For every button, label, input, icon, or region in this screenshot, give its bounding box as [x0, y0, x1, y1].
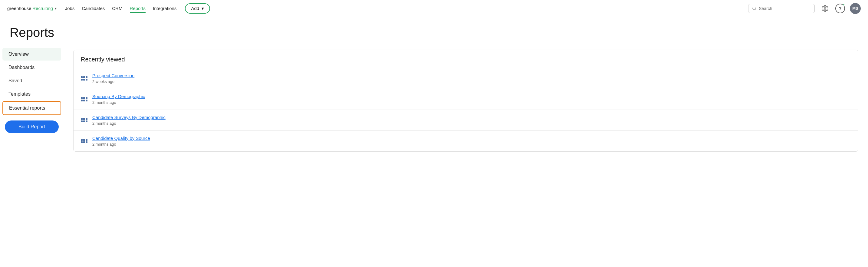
sidebar-item-essential-reports[interactable]: Essential reports: [2, 101, 61, 115]
main-content: Recently viewed Prospect Conversion 2 we…: [64, 45, 868, 156]
report-name-link[interactable]: Sourcing By Demographic: [92, 94, 851, 99]
sidebar-item-dashboards[interactable]: Dashboards: [2, 61, 61, 74]
help-button[interactable]: ?: [835, 4, 845, 13]
avatar[interactable]: MS: [850, 3, 861, 14]
nav-item-reports[interactable]: Reports: [130, 6, 146, 11]
report-info: Sourcing By Demographic 2 months ago: [92, 94, 851, 105]
nav-item-crm[interactable]: CRM: [112, 6, 122, 11]
table-row: Sourcing By Demographic 2 months ago: [73, 89, 858, 110]
notification-dot: [843, 4, 845, 6]
table-row: Candidate Quality by Source 2 months ago: [73, 130, 858, 151]
report-grid-icon: [81, 118, 88, 122]
sidebar: Overview Dashboards Saved Templates Esse…: [0, 45, 64, 156]
report-grid-icon: [81, 76, 88, 81]
sidebar-item-templates[interactable]: Templates: [2, 88, 61, 100]
add-chevron-icon: ▾: [202, 6, 204, 11]
report-time: 2 months ago: [92, 100, 851, 105]
report-info: Candidate Surveys By Demographic 2 month…: [92, 115, 851, 126]
svg-point-2: [824, 7, 826, 9]
report-time: 2 months ago: [92, 142, 851, 147]
recently-viewed-title: Recently viewed: [73, 50, 858, 68]
search-icon: [752, 6, 756, 11]
search-input[interactable]: [759, 6, 811, 11]
table-row: Prospect Conversion 2 weeks ago: [73, 68, 858, 89]
nav-right: ? MS: [748, 3, 861, 14]
logo[interactable]: greenhouse Recruiting ▾: [7, 6, 57, 11]
report-info: Candidate Quality by Source 2 months ago: [92, 136, 851, 147]
page-header: Reports: [0, 17, 868, 45]
add-label: Add: [191, 6, 199, 11]
report-name-link[interactable]: Candidate Quality by Source: [92, 136, 851, 141]
logo-green-text: Recruiting: [32, 6, 53, 11]
report-name-link[interactable]: Candidate Surveys By Demographic: [92, 115, 851, 120]
top-navigation: greenhouse Recruiting ▾ Jobs Candidates …: [0, 0, 868, 17]
svg-line-1: [755, 9, 756, 10]
main-layout: Overview Dashboards Saved Templates Esse…: [0, 45, 868, 156]
nav-links: Jobs Candidates CRM Reports Integrations: [65, 6, 177, 11]
nav-item-jobs[interactable]: Jobs: [65, 6, 75, 11]
logo-text: greenhouse: [7, 6, 31, 11]
report-grid-icon: [81, 97, 88, 101]
report-name-link[interactable]: Prospect Conversion: [92, 73, 851, 78]
report-time: 2 months ago: [92, 121, 851, 126]
build-report-button[interactable]: Build Report: [5, 120, 59, 133]
search-box[interactable]: [748, 4, 815, 13]
settings-button[interactable]: [819, 3, 831, 14]
nav-item-integrations[interactable]: Integrations: [153, 6, 177, 11]
page-title: Reports: [10, 25, 858, 40]
svg-point-0: [753, 7, 755, 9]
sidebar-item-saved[interactable]: Saved: [2, 75, 61, 87]
table-row: Candidate Surveys By Demographic 2 month…: [73, 110, 858, 130]
recently-viewed-card: Recently viewed Prospect Conversion 2 we…: [73, 50, 858, 152]
gear-icon: [822, 5, 828, 12]
report-grid-icon: [81, 139, 88, 143]
nav-item-candidates[interactable]: Candidates: [82, 6, 105, 11]
sidebar-item-overview[interactable]: Overview: [2, 48, 61, 61]
report-info: Prospect Conversion 2 weeks ago: [92, 73, 851, 84]
logo-chevron-icon: ▾: [55, 6, 57, 10]
report-time: 2 weeks ago: [92, 79, 851, 84]
add-button[interactable]: Add ▾: [185, 3, 210, 13]
